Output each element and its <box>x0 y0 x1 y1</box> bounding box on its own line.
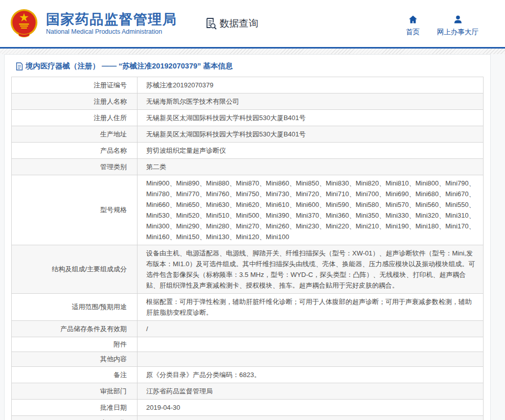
row-value: 苏械注准20192070379 <box>146 81 214 89</box>
table-row: 产品名称 剪切波组织定量超声诊断仪 <box>12 143 484 159</box>
row-label: 适用范围/预期用途 <box>72 303 127 311</box>
table-row: 管理类别 第二类 <box>12 159 484 175</box>
row-label: 注册证编号 <box>94 81 127 89</box>
table-row: 审批部门 江苏省药品监督管理局 <box>12 383 484 400</box>
table-row: 批准日期 2019-04-30 <box>12 400 484 416</box>
table-row: 注册人住所 无锡新吴区太湖国际科技园大学科技园530大厦B401号 <box>12 110 484 126</box>
site-logo[interactable]: 国家药品监督管理局 National Medical Products Admi… <box>8 7 177 40</box>
nav-item-label: 首页 <box>406 28 420 37</box>
nav-item-label: 网上办事大厅 <box>437 28 478 37</box>
row-label: 批准日期 <box>100 404 127 411</box>
row-label: 产品名称 <box>100 147 127 154</box>
row-label: 附件 <box>113 340 127 348</box>
table-row: 附件 <box>12 337 484 352</box>
table-row: 生产地址 无锡新吴区太湖国际科技园大学科技园530大厦B401号 <box>12 126 484 143</box>
table-row: 其他内容 <box>12 352 484 367</box>
row-value: 无锡新吴区太湖国际科技园大学科技园530大厦B401号 <box>146 130 306 138</box>
page-title: 境内医疗器械（注册） —— “苏械注准20192070379” 基本信息 <box>26 61 233 71</box>
row-value: 根据配置：可用于弹性检测，辅助肝脏纤维化诊断；可用于人体腹部的超声诊断；可用于声… <box>146 298 472 316</box>
document-search-icon <box>204 17 217 30</box>
row-value: 无锡新吴区太湖国际科技园大学科技园530大厦B401号 <box>146 114 306 122</box>
row-value: 剪切波组织定量超声诊断仪 <box>146 147 226 154</box>
row-label: 型号规格 <box>100 206 127 214</box>
row-value: 2019-04-30 <box>146 404 180 411</box>
table-row: 结构及组成/主要组成成分 设备由主机、电源适配器、电源线、脚踏开关、纤维扫描探头… <box>12 245 484 294</box>
row-value: 第二类 <box>146 163 166 171</box>
header-nav: 首页 网上办事大厅 <box>406 14 478 37</box>
table-row: 注册证编号 苏械注准20192070379 <box>12 77 484 94</box>
home-icon <box>408 14 418 25</box>
row-value: 原《分类目录》产品分类编码：6823。 <box>146 371 261 379</box>
table-row: 生效日期 <box>12 416 484 420</box>
row-label: 注册人名称 <box>94 98 127 105</box>
row-value: 江苏省药品监督管理局 <box>146 387 213 395</box>
org-name-cn: 国家药品监督管理局 <box>46 12 177 27</box>
document-icon <box>16 62 23 71</box>
row-label: 备注 <box>113 371 127 379</box>
row-label: 管理类别 <box>100 163 127 171</box>
row-label: 注册人住所 <box>94 114 127 122</box>
row-label: 产品储存条件及有效期 <box>60 325 127 333</box>
data-query-tab[interactable]: 数据查询 <box>204 17 259 30</box>
row-label: 生产地址 <box>100 130 127 138</box>
table-row: 备注 原《分类目录》产品分类编码：6823。 <box>12 367 484 383</box>
content-panel: 境内医疗器械（注册） —— “苏械注准20192070379” 基本信息 注册证… <box>4 54 491 420</box>
info-table: 注册证编号 苏械注准20192070379 注册人名称 无锡海斯凯尔医学技术有限… <box>11 77 484 420</box>
org-name-en: National Medical Products Administration <box>46 28 177 35</box>
site-header: 国家药品监督管理局 National Medical Products Admi… <box>0 0 505 47</box>
row-label: 其他内容 <box>100 355 127 363</box>
nav-item-home[interactable]: 首页 <box>406 14 420 37</box>
page-title-bar: 境内医疗器械（注册） —— “苏械注准20192070379” 基本信息 <box>11 55 484 77</box>
row-value: 设备由主机、电源适配器、电源线、脚踏开关、纤维扫描探头（型号：XW-01）、超声… <box>146 249 475 289</box>
table-row: 注册人名称 无锡海斯凯尔医学技术有限公司 <box>12 94 484 110</box>
table-row: 型号规格 Mini900、Mini890、Mini880、Mini870、Min… <box>12 175 484 245</box>
row-label: 结构及组成/主要组成成分 <box>52 265 127 273</box>
row-value: / <box>146 325 148 333</box>
page-background: 境内医疗器械（注册） —— “苏械注准20192070379” 基本信息 注册证… <box>0 49 505 420</box>
nav-item-service-hall[interactable]: 网上办事大厅 <box>437 14 478 37</box>
user-icon <box>453 14 463 25</box>
row-label: 审批部门 <box>100 387 127 395</box>
row-value: Mini900、Mini890、Mini880、Mini870、Mini860、… <box>146 179 475 241</box>
data-query-label: 数据查询 <box>220 17 259 30</box>
national-emblem-icon <box>8 7 40 40</box>
table-row: 产品储存条件及有效期 / <box>12 321 484 337</box>
table-row: 适用范围/预期用途 根据配置：可用于弹性检测，辅助肝脏纤维化诊断；可用于人体腹部… <box>12 294 484 321</box>
info-table-body: 注册证编号 苏械注准20192070379 注册人名称 无锡海斯凯尔医学技术有限… <box>12 77 484 420</box>
row-value: 无锡海斯凯尔医学技术有限公司 <box>146 98 239 105</box>
hatch-strip <box>0 49 505 54</box>
